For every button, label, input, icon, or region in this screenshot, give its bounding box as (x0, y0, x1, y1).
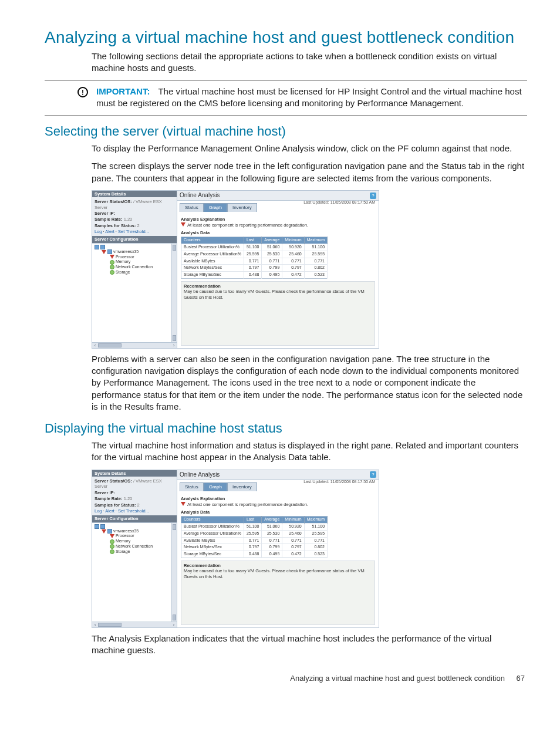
table-row: Storage MBytes/Sec0.4880.4950.4720.523 (181, 272, 328, 279)
explanation-text: At least one component is reporting perf… (187, 502, 308, 507)
col-header[interactable]: Last (244, 517, 261, 524)
tab-status[interactable]: Status (180, 203, 204, 212)
tab-status[interactable]: Status (180, 482, 204, 491)
tree-node[interactable]: Memory (116, 259, 130, 265)
tree-node[interactable]: vmwareesx35 (113, 249, 139, 255)
value: 2 (137, 223, 140, 228)
last-updated: Last Updated: 11/05/2008 08:17:50 AM (303, 200, 375, 205)
status-critical-icon (110, 534, 114, 538)
table-row: Busiest Processor Utilization%51.10051.0… (181, 244, 328, 251)
log-link[interactable]: Log (95, 229, 102, 234)
tab-inventory[interactable]: Inventory (227, 203, 257, 212)
panel-title: System Details (92, 191, 177, 197)
scrollbar-horizontal[interactable]: ‹› (92, 342, 177, 348)
tree-node[interactable]: Network Connection (116, 265, 153, 270)
paragraph: The screen displays the server node tree… (92, 160, 527, 184)
page-title: Analyzing a virtual machine host and gue… (33, 28, 527, 47)
table-row: Average Processor Utilization%25.59525.5… (181, 530, 328, 537)
col-header[interactable]: Maximum (304, 517, 327, 524)
scrollbar-vertical[interactable] (171, 523, 177, 622)
panel-title: Server Configuration (92, 236, 177, 242)
alert-link[interactable]: Alert (105, 508, 114, 514)
tab-inventory[interactable]: Inventory (227, 482, 257, 491)
analysis-data-table: Counters Last Average Minimum Maximum Bu… (181, 516, 328, 558)
divider (45, 80, 527, 81)
table-row: Average Processor Utilization%25.59525.5… (181, 251, 328, 258)
help-icon[interactable]: ? (370, 193, 376, 199)
screenshot-online-analysis: System Details Server Status/OS: / VMwar… (92, 470, 379, 628)
status-ok-icon (110, 544, 114, 549)
important-text: The virtual machine host must be license… (96, 86, 522, 108)
host-icon (107, 249, 112, 254)
set-threshold-link[interactable]: Set Threshold... (118, 508, 149, 514)
col-header[interactable]: Last (244, 237, 261, 244)
alert-link[interactable]: Alert (105, 229, 114, 234)
tab-graph[interactable]: Graph (204, 203, 227, 212)
col-header[interactable]: Counters (181, 517, 244, 524)
table-row: Available MBytes0.7710.7710.7710.771 (181, 258, 328, 265)
col-header[interactable]: Minimum (282, 237, 304, 244)
important-note: ! IMPORTANT:The virtual machine host mus… (77, 86, 527, 110)
status-ok-icon (110, 260, 114, 265)
paragraph: The Analysis Explanation indicates that … (92, 633, 527, 657)
table-row: Network MBytes/Sec0.7970.7990.7970.802 (181, 544, 328, 551)
status-critical-icon (181, 222, 185, 227)
tab-graph[interactable]: Graph (204, 482, 227, 491)
status-critical-icon (102, 250, 106, 254)
status-critical-icon (181, 502, 185, 506)
status-critical-icon (110, 255, 114, 259)
tree-node[interactable]: Processor (116, 534, 134, 539)
scrollbar-vertical[interactable] (171, 244, 177, 342)
col-header[interactable]: Counters (181, 237, 244, 244)
tree-node[interactable]: Processor (116, 255, 134, 260)
col-header[interactable]: Average (262, 237, 282, 244)
panel-title: Online Analysis (180, 471, 220, 479)
set-threshold-link[interactable]: Set Threshold... (118, 229, 149, 234)
label: Samples for Status: (95, 223, 136, 228)
section-label: Recommendation (184, 563, 372, 568)
paragraph: The virtual machine host information and… (92, 440, 527, 464)
panel-title: Online Analysis (180, 192, 220, 200)
status-ok-icon (110, 270, 114, 275)
table-row: Available MBytes0.7710.7710.7710.771 (181, 537, 328, 544)
footer-text: Analyzing a virtual machine host and gue… (290, 674, 505, 683)
status-ok-icon (110, 539, 114, 544)
label: Server IP: (95, 211, 115, 216)
tree-node[interactable]: Storage (116, 270, 130, 275)
server-tree[interactable]: vmwareesx35 Processor Memory Network Con… (92, 522, 177, 622)
divider (45, 115, 527, 116)
explanation-text: At least one component is reporting perf… (187, 222, 308, 228)
tree-node[interactable]: vmwareesx35 (113, 529, 139, 534)
important-icon: ! (77, 87, 88, 97)
label: Sample Rate: (95, 496, 123, 501)
value: 1.20 (124, 217, 133, 222)
value: 2 (137, 502, 140, 508)
table-row: Busiest Processor Utilization%51.10051.0… (181, 524, 328, 531)
label: Sample Rate: (95, 217, 123, 222)
server-icon (95, 245, 99, 249)
col-header[interactable]: Minimum (282, 517, 304, 524)
section-label: Analysis Data (181, 230, 375, 235)
tree-node[interactable]: Memory (116, 539, 130, 544)
paragraph: To display the Performance Management On… (92, 143, 527, 154)
label: Server Status/OS: (95, 478, 132, 484)
col-header[interactable]: Maximum (304, 237, 327, 244)
panel-title: Server Configuration (92, 515, 177, 522)
tree-node[interactable]: Network Connection (116, 544, 153, 549)
recommendation-text: May be caused due to too many VM Guests.… (184, 289, 372, 300)
log-link[interactable]: Log (95, 508, 102, 514)
status-ok-icon (110, 265, 114, 269)
scrollbar-horizontal[interactable]: ‹› (92, 622, 177, 627)
status-ok-icon (110, 549, 114, 554)
table-row: Network MBytes/Sec0.7970.7990.7970.802 (181, 265, 328, 272)
help-icon[interactable]: ? (370, 471, 376, 478)
tree-node[interactable]: Storage (116, 549, 130, 555)
screenshot-online-analysis: System Details Server Status/OS: / VMwar… (92, 190, 379, 349)
server-icon (100, 524, 105, 529)
paragraph: Problems with a server can also be seen … (92, 353, 527, 413)
analysis-data-table: Counters Last Average Minimum Maximum Bu… (181, 237, 328, 279)
important-label: IMPORTANT: (96, 86, 150, 96)
server-tree[interactable]: vmwareesx35 Processor Memory Network Con… (92, 243, 177, 342)
label: Server Status/OS: (95, 199, 132, 204)
col-header[interactable]: Average (262, 517, 282, 524)
